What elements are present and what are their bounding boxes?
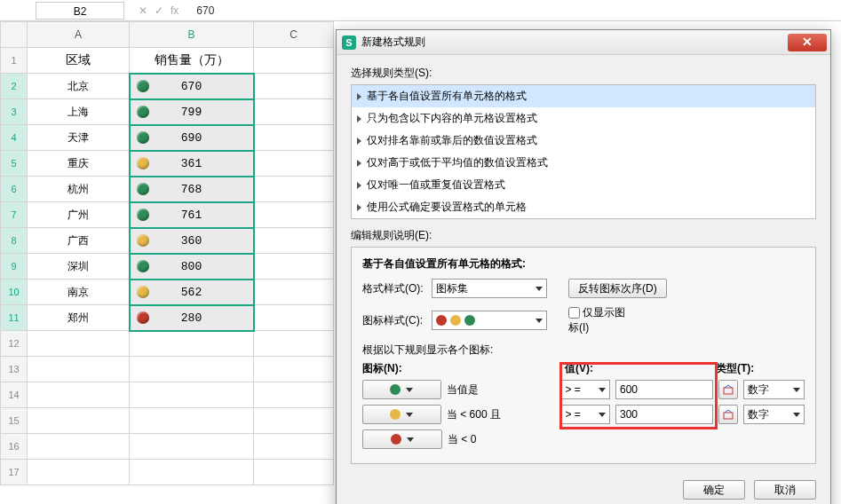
cell[interactable] — [130, 434, 254, 460]
row-header[interactable]: 8 — [1, 228, 28, 254]
cell[interactable] — [28, 357, 130, 382]
cell[interactable] — [130, 331, 254, 357]
cell[interactable] — [130, 460, 254, 485]
row-header[interactable]: 12 — [1, 331, 28, 357]
cell[interactable]: 天津 — [28, 125, 130, 151]
cell[interactable] — [28, 408, 130, 434]
cell[interactable] — [254, 357, 334, 382]
cell[interactable]: 562 — [130, 280, 254, 305]
type-select[interactable]: 数字 — [743, 405, 805, 424]
cell[interactable] — [254, 382, 334, 408]
rule-type-item[interactable]: 基于各自值设置所有单元格的格式 — [352, 85, 815, 107]
cell[interactable]: 北京 — [28, 74, 130, 99]
cell[interactable] — [254, 408, 334, 434]
cell[interactable]: 360 — [130, 228, 254, 254]
row-header[interactable]: 6 — [1, 177, 28, 202]
row-header[interactable]: 1 — [1, 48, 28, 74]
cell[interactable]: 690 — [130, 125, 254, 151]
icon-style-select[interactable] — [432, 311, 547, 330]
col-header-B[interactable]: B — [130, 22, 254, 48]
cell[interactable]: 800 — [130, 254, 254, 280]
icon-picker[interactable] — [362, 429, 442, 449]
row-header[interactable]: 5 — [1, 151, 28, 177]
icon-picker[interactable] — [362, 380, 441, 399]
row-header[interactable]: 17 — [1, 460, 28, 485]
cell[interactable]: 南京 — [28, 280, 130, 305]
cell[interactable] — [254, 151, 334, 177]
cancel-button[interactable]: 取消 — [754, 480, 816, 500]
cell[interactable] — [254, 202, 334, 228]
cell[interactable] — [254, 99, 334, 125]
rule-type-item[interactable]: 仅对唯一值或重复值设置格式 — [352, 174, 815, 196]
cell[interactable] — [254, 254, 334, 280]
cell[interactable] — [28, 382, 130, 408]
format-style-select[interactable]: 图标集 — [432, 279, 547, 298]
cell[interactable]: 重庆 — [28, 151, 130, 177]
rule-type-item[interactable]: 仅对排名靠前或靠后的数值设置格式 — [352, 130, 815, 152]
close-button[interactable]: ✕ — [788, 34, 827, 51]
name-box[interactable]: B2 — [36, 2, 124, 20]
cell[interactable]: 郑州 — [28, 305, 130, 331]
only-icon-checkbox[interactable]: 仅显示图标(I) — [568, 305, 632, 335]
cell[interactable]: 361 — [130, 151, 254, 177]
cell[interactable] — [254, 305, 334, 331]
row-header[interactable]: 3 — [1, 99, 28, 125]
cell[interactable]: 销售量（万） — [130, 48, 254, 74]
row-header[interactable]: 7 — [1, 202, 28, 228]
row-header[interactable]: 4 — [1, 125, 28, 151]
cell[interactable]: 广西 — [28, 228, 130, 254]
range-picker-button[interactable] — [718, 380, 738, 399]
cell[interactable] — [254, 228, 334, 254]
row-header[interactable]: 16 — [1, 434, 28, 460]
row-header[interactable]: 13 — [1, 357, 28, 382]
cell[interactable] — [254, 125, 334, 151]
rule-type-item[interactable]: 使用公式确定要设置格式的单元格 — [352, 196, 815, 218]
row-header[interactable]: 11 — [1, 305, 28, 331]
cell[interactable]: 799 — [130, 99, 254, 125]
row-header[interactable]: 9 — [1, 254, 28, 280]
icon-picker[interactable] — [362, 405, 441, 424]
reverse-icon-order-button[interactable]: 反转图标次序(D) — [568, 279, 667, 298]
cell[interactable] — [254, 460, 334, 485]
row-header[interactable]: 2 — [1, 74, 28, 99]
rule-type-list[interactable]: 基于各自值设置所有单元格的格式只为包含以下内容的单元格设置格式仅对排名靠前或靠后… — [351, 84, 816, 219]
rule-type-item[interactable]: 仅对高于或低于平均值的数值设置格式 — [352, 152, 815, 174]
cell[interactable] — [254, 74, 334, 99]
range-picker-button[interactable] — [718, 405, 738, 424]
type-select[interactable]: 数字 — [743, 380, 805, 399]
cell[interactable]: 广州 — [28, 202, 130, 228]
cell[interactable]: 280 — [130, 305, 254, 331]
cell[interactable] — [28, 460, 130, 485]
rule-type-item[interactable]: 只为包含以下内容的单元格设置格式 — [352, 107, 815, 130]
cell[interactable]: 670 — [130, 74, 254, 99]
col-header-C[interactable]: C — [254, 22, 334, 48]
cell[interactable] — [254, 280, 334, 305]
select-all[interactable] — [1, 22, 28, 48]
cell[interactable]: 杭州 — [28, 177, 130, 202]
cell[interactable] — [130, 382, 254, 408]
ok-button[interactable]: 确定 — [683, 480, 745, 500]
cell[interactable] — [130, 357, 254, 382]
hdr-type: 类型(T): — [716, 361, 754, 376]
cell[interactable]: 区域 — [28, 48, 130, 74]
green-dot-icon — [390, 384, 401, 395]
col-header-A[interactable]: A — [28, 22, 130, 48]
panel-title: 基于各自值设置所有单元格的格式: — [362, 256, 805, 272]
cell[interactable] — [254, 177, 334, 202]
cell[interactable] — [254, 434, 334, 460]
row-header[interactable]: 15 — [1, 408, 28, 434]
cell[interactable] — [130, 408, 254, 434]
cell[interactable] — [28, 331, 130, 357]
cell[interactable]: 768 — [130, 177, 254, 202]
cell[interactable] — [254, 331, 334, 357]
cell[interactable]: 761 — [130, 202, 254, 228]
cancel-edit-icon: ✕ — [139, 4, 147, 17]
cell[interactable] — [254, 48, 334, 74]
row-header[interactable]: 14 — [1, 382, 28, 408]
formula-value[interactable]: 670 — [187, 4, 214, 17]
row-header[interactable]: 10 — [1, 280, 28, 305]
cell[interactable]: 上海 — [28, 99, 130, 125]
cell[interactable] — [28, 434, 130, 460]
fx-icon[interactable]: fx — [171, 4, 179, 17]
cell[interactable]: 深圳 — [28, 254, 130, 280]
